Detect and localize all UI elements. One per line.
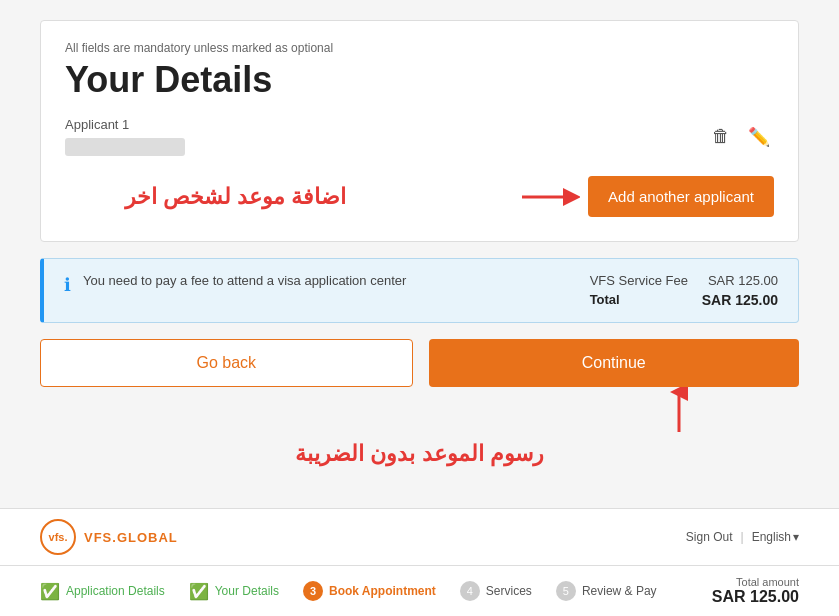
arrow-up-icon xyxy=(659,387,699,437)
applicant-placeholder-bar xyxy=(65,138,185,156)
applicant-info: Applicant 1 xyxy=(65,117,185,156)
fee-total-label: Total xyxy=(590,292,620,308)
add-applicant-button[interactable]: Add another applicant xyxy=(588,176,774,217)
footer-nav: Sign Out | English ▾ xyxy=(686,530,799,544)
info-icon: ℹ xyxy=(64,274,71,296)
step-3-label: Book Appointment xyxy=(329,584,436,598)
brand-name: VFS.GLOBAL xyxy=(84,530,178,545)
step-1-label: Application Details xyxy=(66,584,165,598)
bottom-nav: ✅ Application Details ✅ Your Details 3 B… xyxy=(0,565,839,616)
fee-total-amount: SAR 125.00 xyxy=(702,292,778,308)
step-2-check-icon: ✅ xyxy=(189,582,209,601)
total-amount-label: Total amount xyxy=(712,576,799,588)
sign-out-link[interactable]: Sign Out xyxy=(686,530,733,544)
edit-applicant-button[interactable]: ✏️ xyxy=(744,122,774,152)
page-title: Your Details xyxy=(65,59,774,101)
total-amount-section: Total amount SAR 125.00 xyxy=(712,576,799,606)
nav-steps: ✅ Application Details ✅ Your Details 3 B… xyxy=(40,581,657,601)
step-your-details: ✅ Your Details xyxy=(189,582,279,601)
nav-separator: | xyxy=(741,530,744,544)
step-application-details: ✅ Application Details xyxy=(40,582,165,601)
fee-card: ℹ You need to pay a fee to attend a visa… xyxy=(40,258,799,323)
fee-info-text: You need to pay a fee to attend a visa a… xyxy=(83,273,578,288)
arabic-annotation-add: اضافة موعد لشخص اخر xyxy=(125,184,346,210)
step-4-label: Services xyxy=(486,584,532,598)
chevron-down-icon: ▾ xyxy=(793,530,799,544)
step-5-label: Review & Pay xyxy=(582,584,657,598)
your-details-card: All fields are mandatory unless marked a… xyxy=(40,20,799,242)
total-amount-value: SAR 125.00 xyxy=(712,588,799,606)
applicant-actions: 🗑 ✏️ xyxy=(708,122,774,152)
step-3-number: 3 xyxy=(303,581,323,601)
step-review-pay: 5 Review & Pay xyxy=(556,581,657,601)
action-buttons: Go back Continue xyxy=(40,339,799,387)
delete-applicant-button[interactable]: 🗑 xyxy=(708,122,734,151)
go-back-button[interactable]: Go back xyxy=(40,339,413,387)
step-2-label: Your Details xyxy=(215,584,279,598)
step-1-check-icon: ✅ xyxy=(40,582,60,601)
add-applicant-section: اضافة موعد لشخص اخر Add another applican… xyxy=(65,176,774,217)
fee-details: VFS Service Fee SAR 125.00 Total SAR 125… xyxy=(590,273,778,308)
continue-button[interactable]: Continue xyxy=(429,339,800,387)
footer-logo: vfs. VFS.GLOBAL xyxy=(40,519,178,555)
step-4-number: 4 xyxy=(460,581,480,601)
arrow-right-icon xyxy=(520,182,580,212)
footer: vfs. VFS.GLOBAL Sign Out | English ▾ xyxy=(0,508,839,565)
applicant-label: Applicant 1 xyxy=(65,117,185,132)
vfs-logo-circle: vfs. xyxy=(40,519,76,555)
language-button[interactable]: English ▾ xyxy=(752,530,799,544)
arabic-annotation-fee: رسوم الموعد بدون الضريبة xyxy=(40,441,799,467)
step-book-appointment: 3 Book Appointment xyxy=(303,581,436,601)
logo-icon-text: vfs. xyxy=(49,531,68,543)
language-label: English xyxy=(752,530,791,544)
step-services: 4 Services xyxy=(460,581,532,601)
fee-service-name: VFS Service Fee xyxy=(590,273,688,288)
mandatory-note: All fields are mandatory unless marked a… xyxy=(65,41,774,55)
fee-service-amount: SAR 125.00 xyxy=(708,273,778,288)
step-5-number: 5 xyxy=(556,581,576,601)
applicant-row: Applicant 1 🗑 ✏️ xyxy=(65,117,774,156)
